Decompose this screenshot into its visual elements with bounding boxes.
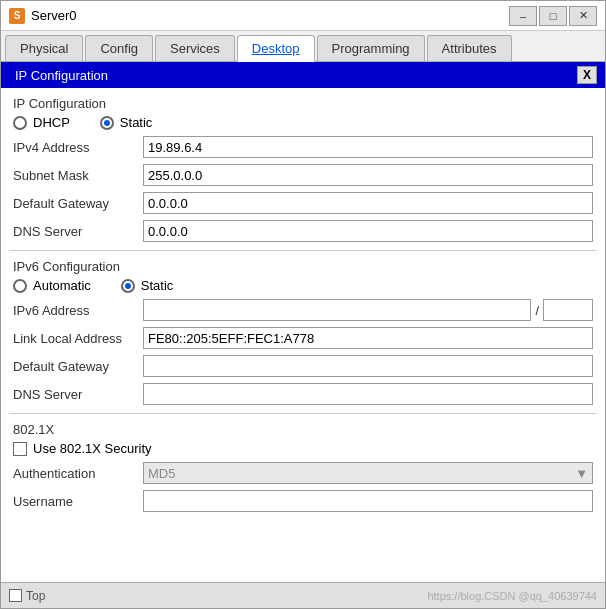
watermark-text: https://blog.CSDN @qq_40639744 (427, 590, 597, 602)
username-input[interactable] (143, 490, 593, 512)
top-label: Top (26, 589, 45, 603)
subnet-mask-row: Subnet Mask (9, 164, 597, 186)
ipv6-address-input[interactable] (143, 299, 531, 321)
link-local-label: Link Local Address (13, 331, 143, 346)
status-bar: Top https://blog.CSDN @qq_40639744 (1, 582, 605, 608)
tab-desktop[interactable]: Desktop (237, 35, 315, 62)
ipv6-automatic-label: Automatic (33, 278, 91, 293)
ip-config-title: IP Configuration (15, 68, 108, 83)
ipv4-address-input[interactable] (143, 136, 593, 158)
ipv4-mode-radio-group: DHCP Static (9, 115, 597, 130)
ipv6-static-radio-inner (125, 283, 131, 289)
ipv6-address-inputs: / (143, 299, 593, 321)
top-checkbox[interactable] (9, 589, 22, 602)
window-controls: – □ ✕ (509, 6, 597, 26)
app-icon: S (9, 8, 25, 24)
auth-label: Authentication (13, 466, 143, 481)
static-radio-outer (100, 116, 114, 130)
dns-server-label: DNS Server (13, 224, 143, 239)
ipv6-mode-radio-group: Automatic Static (9, 278, 597, 293)
ipv6-dns-row: DNS Server (9, 383, 597, 405)
ipv6-automatic-radio[interactable]: Automatic (13, 278, 91, 293)
tab-attributes[interactable]: Attributes (427, 35, 512, 61)
window-title: Server0 (31, 8, 509, 23)
default-gateway-label: Default Gateway (13, 196, 143, 211)
tab-config[interactable]: Config (85, 35, 153, 61)
link-local-row: Link Local Address (9, 327, 597, 349)
scroll-container[interactable]: IP Configuration X IP Configuration DHCP… (1, 62, 605, 582)
ipv6-prefix-input[interactable] (543, 299, 593, 321)
auth-dropdown-icon: ▼ (575, 466, 588, 481)
ipv4-divider (9, 250, 597, 251)
top-button[interactable]: Top (9, 589, 45, 603)
dot1x-checkbox[interactable] (13, 442, 27, 456)
dhcp-radio-outer (13, 116, 27, 130)
ip-config-header: IP Configuration X (1, 62, 605, 88)
ipv4-address-row: IPv4 Address (9, 136, 597, 158)
subnet-mask-input[interactable] (143, 164, 593, 186)
ip-config-close-button[interactable]: X (577, 66, 597, 84)
ipv4-address-label: IPv4 Address (13, 140, 143, 155)
minimize-button[interactable]: – (509, 6, 537, 26)
ipv6-automatic-radio-outer (13, 279, 27, 293)
subnet-mask-label: Subnet Mask (13, 168, 143, 183)
tab-programming[interactable]: Programming (317, 35, 425, 61)
link-local-input[interactable] (143, 327, 593, 349)
close-button[interactable]: ✕ (569, 6, 597, 26)
ipv6-gateway-label: Default Gateway (13, 359, 143, 374)
content-area: IP Configuration X IP Configuration DHCP… (1, 62, 605, 582)
auth-value: MD5 (148, 466, 175, 481)
dhcp-radio[interactable]: DHCP (13, 115, 70, 130)
ipv6-address-label: IPv6 Address (13, 303, 143, 318)
dhcp-label: DHCP (33, 115, 70, 130)
tab-bar: Physical Config Services Desktop Program… (1, 31, 605, 62)
dns-server-row: DNS Server (9, 220, 597, 242)
title-bar: S Server0 – □ ✕ (1, 1, 605, 31)
main-window: S Server0 – □ ✕ Physical Config Services… (0, 0, 606, 609)
tab-physical[interactable]: Physical (5, 35, 83, 61)
username-row: Username (9, 490, 597, 512)
ipv6-dns-label: DNS Server (13, 387, 143, 402)
ipv6-dns-input[interactable] (143, 383, 593, 405)
ip-config-section-label: IP Configuration (13, 96, 597, 111)
ipv6-gateway-input[interactable] (143, 355, 593, 377)
static-label: Static (120, 115, 153, 130)
dot1x-use-label: Use 802.1X Security (33, 441, 152, 456)
maximize-button[interactable]: □ (539, 6, 567, 26)
default-gateway-row: Default Gateway (9, 192, 597, 214)
ipv6-divider (9, 413, 597, 414)
auth-row: Authentication MD5 ▼ (9, 462, 597, 484)
ipv6-slash: / (535, 303, 539, 318)
ipv6-section-label: IPv6 Configuration (13, 259, 597, 274)
dot1x-checkbox-row: Use 802.1X Security (9, 441, 597, 456)
ipv6-gateway-row: Default Gateway (9, 355, 597, 377)
username-label: Username (13, 494, 143, 509)
auth-select[interactable]: MD5 ▼ (143, 462, 593, 484)
ipv6-static-radio-outer (121, 279, 135, 293)
tab-services[interactable]: Services (155, 35, 235, 61)
ipv6-static-radio[interactable]: Static (121, 278, 174, 293)
static-radio-inner (104, 120, 110, 126)
ipv6-address-row: IPv6 Address / (9, 299, 597, 321)
ipv6-static-label: Static (141, 278, 174, 293)
dns-server-input[interactable] (143, 220, 593, 242)
default-gateway-input[interactable] (143, 192, 593, 214)
static-radio[interactable]: Static (100, 115, 153, 130)
dot1x-section-label: 802.1X (13, 422, 597, 437)
